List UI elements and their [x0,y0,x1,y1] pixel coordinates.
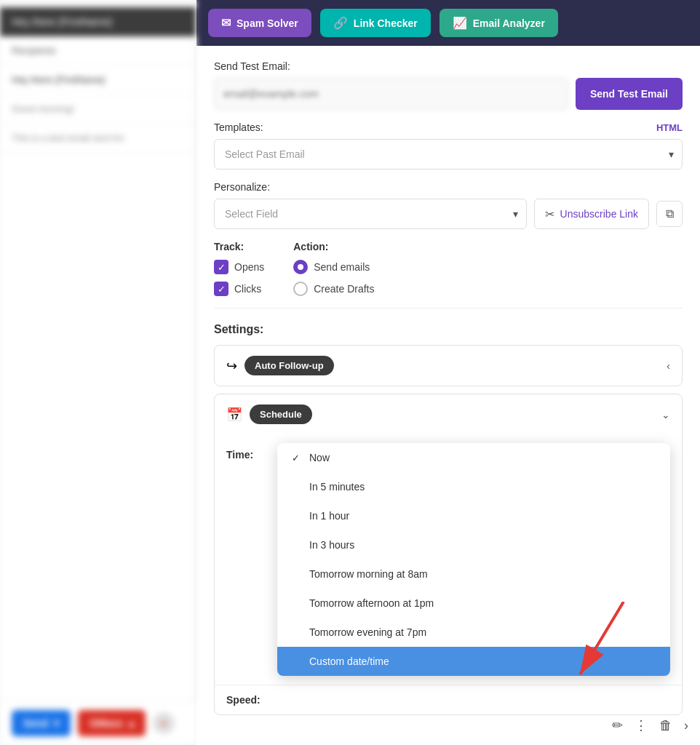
templates-label-row: Templates: HTML [214,121,683,133]
action-group: Action: Send emails Create Drafts [293,241,374,296]
send-test-input[interactable] [214,78,568,110]
schedule-chevron-icon: ⌄ [661,409,670,421]
sidebar-email-subject: Hey there {FirstName} [0,7,196,36]
templates-label: Templates: [214,121,263,133]
schedule-pill: Schedule [250,405,312,424]
email-analyzer-icon: 📈 [453,16,467,30]
unsubscribe-button[interactable]: ✂ Unsubscribe Link [534,199,649,229]
time-option-custom[interactable]: ✓ Custom date/time [277,647,670,676]
link-checker-button[interactable]: 🔗 Link Checker [320,9,431,37]
time-label: Time: [226,443,270,461]
personalize-label-row: Personalize: [214,181,683,193]
settings-section: Settings: ↪ Auto Follow-up ‹ [214,323,683,715]
time-option-now-label: Now [309,452,330,463]
send-emails-radio[interactable]: Send emails [293,260,374,274]
opens-check-icon: ✓ [218,262,226,273]
track-label: Track: [214,241,264,252]
auto-followup-header[interactable]: ↪ Auto Follow-up ‹ [215,346,682,386]
personalize-row: Select Field ▾ ✂ Unsubscribe Link ⧉ [214,199,683,229]
pencil-action-icon[interactable]: ✏ [612,717,623,733]
settings-label: Settings: [214,323,683,336]
dots-action-icon[interactable]: ⋮ [635,717,648,733]
time-option-tomorrow-morning[interactable]: ✓ Tomorrow morning at 8am [277,559,670,589]
sidebar-preview-text: This is a test email sent fro [0,124,196,153]
time-option-1hour-label: In 1 hour [309,510,349,522]
radio-inner-filled [298,264,303,270]
templates-select[interactable]: Select Past Email [214,139,683,170]
clicks-check-icon: ✓ [218,284,226,295]
gmass-dropdown-arrow[interactable]: ▴ [129,717,134,729]
now-check-icon: ✓ [292,453,303,463]
speed-row: Speed: [215,685,682,714]
time-option-tomorrow-morning-label: Tomorrow morning at 8am [309,568,428,580]
personalize-label: Personalize: [214,181,270,193]
main-panel: ✉ Spam Solver 🔗 Link Checker 📈 Email Ana… [196,0,700,745]
create-drafts-label: Create Drafts [314,283,374,295]
opens-checkbox-row[interactable]: ✓ Opens [214,260,264,274]
templates-select-wrapper: Select Past Email ▾ [214,139,683,170]
send-emails-label: Send emails [314,261,370,273]
copy-button[interactable]: ⧉ [656,201,683,227]
time-option-custom-label: Custom date/time [309,656,389,667]
html-link[interactable]: HTML [656,122,683,133]
auto-followup-chevron-icon: ‹ [667,360,670,372]
personalize-section: Personalize: Select Field ▾ ✂ Unsubscrib… [214,181,683,229]
time-option-5min-label: In 5 minutes [309,481,365,493]
email-analyzer-button[interactable]: 📈 Email Analyzer [440,9,558,37]
schedule-left: 📅 Schedule [226,405,312,424]
sidebar-greeting: Good morning! [0,95,196,124]
opens-checkbox[interactable]: ✓ [214,260,228,274]
bottom-bar: Send ▾ GMass ▴ ● [0,701,196,745]
schedule-header[interactable]: 📅 Schedule ⌄ [215,394,682,434]
record-button[interactable]: ● [153,712,175,734]
time-option-tomorrow-afternoon[interactable]: ✓ Tomorrow afternoon at 1pm [277,589,670,618]
auto-followup-pill: Auto Follow-up [244,356,334,375]
link-checker-icon: 🔗 [333,16,348,30]
time-option-tomorrow-evening[interactable]: ✓ Tomorrow evening at 7pm [277,618,670,647]
top-nav: ✉ Spam Solver 🔗 Link Checker 📈 Email Ana… [196,0,700,46]
time-option-tomorrow-afternoon-label: Tomorrow afternoon at 1pm [309,597,434,609]
send-emails-radio-input[interactable] [293,260,308,274]
chevron-right-action-icon[interactable]: › [684,718,688,733]
scissors-icon: ✂ [545,207,554,221]
spam-solver-icon: ✉ [221,16,231,30]
templates-section: Templates: HTML Select Past Email ▾ [214,121,683,170]
content-area: Send Test Email: Send Test Email Templat… [196,46,700,745]
time-row: Time: ✓ Now ✓ In 5 minutes ✓ In 1 hour [215,434,682,685]
schedule-card: 📅 Schedule ⌄ Time: ✓ Now [214,394,683,715]
time-option-3hours[interactable]: ✓ In 3 hours [277,530,670,559]
clicks-checkbox[interactable]: ✓ [214,282,228,296]
sidebar: Hey there {FirstName} Recipients Hey the… [0,0,196,745]
create-drafts-radio-input[interactable] [293,282,308,296]
action-label: Action: [293,241,374,252]
personalize-select[interactable]: Select Field [214,199,527,229]
copy-icon: ⧉ [666,207,674,220]
schedule-calendar-icon: 📅 [226,407,242,423]
send-test-section: Send Test Email: Send Test Email [214,60,683,110]
create-drafts-radio[interactable]: Create Drafts [293,282,374,296]
time-option-5min[interactable]: ✓ In 5 minutes [277,472,670,501]
bottom-actions: ✏ ⋮ 🗑 › [612,717,688,733]
send-test-button[interactable]: Send Test Email [576,78,683,110]
send-test-label: Send Test Email: [214,60,683,72]
track-section: Track: ✓ Opens ✓ Clicks Action: [214,241,683,308]
sidebar-email-preview: Hey there {FirstName} [0,65,196,95]
opens-label: Opens [234,261,264,273]
time-dropdown-menu: ✓ Now ✓ In 5 minutes ✓ In 1 hour ✓ [277,443,670,676]
time-option-1hour[interactable]: ✓ In 1 hour [277,501,670,530]
gmass-button[interactable]: GMass ▴ [78,710,146,736]
send-button[interactable]: Send ▾ [12,710,71,736]
auto-followup-arrow-icon: ↪ [226,358,237,374]
auto-followup-left: ↪ Auto Follow-up [226,356,334,375]
time-option-tomorrow-evening-label: Tomorrow evening at 7pm [309,626,426,638]
trash-action-icon[interactable]: 🗑 [659,718,672,733]
spam-solver-button[interactable]: ✉ Spam Solver [208,9,311,37]
speed-label: Speed: [226,694,270,706]
time-option-now[interactable]: ✓ Now [277,443,670,472]
personalize-select-wrapper: Select Field ▾ [214,199,527,229]
auto-followup-card: ↪ Auto Follow-up ‹ [214,345,683,386]
clicks-checkbox-row[interactable]: ✓ Clicks [214,282,264,296]
send-dropdown-arrow[interactable]: ▾ [54,717,59,729]
time-option-3hours-label: In 3 hours [309,539,354,551]
clicks-label: Clicks [234,283,261,295]
